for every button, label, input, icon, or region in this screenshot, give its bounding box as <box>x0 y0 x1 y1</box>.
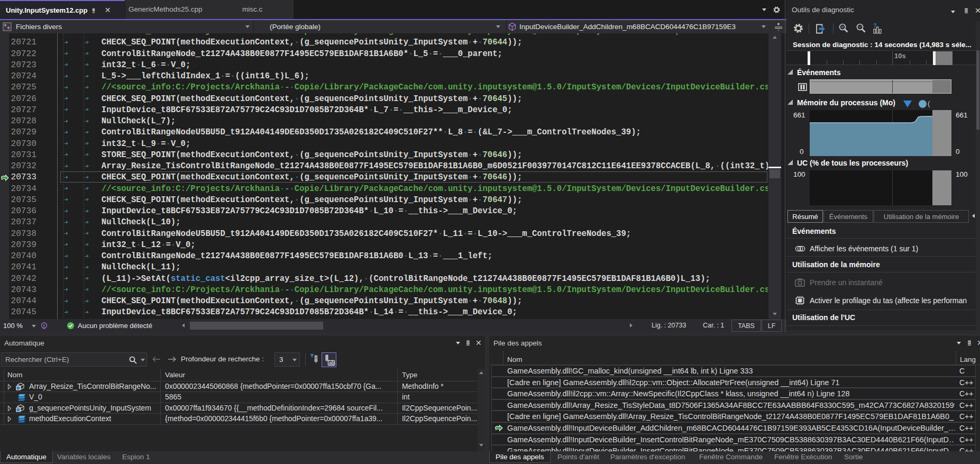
svg-text:ab: ab <box>329 360 334 366</box>
